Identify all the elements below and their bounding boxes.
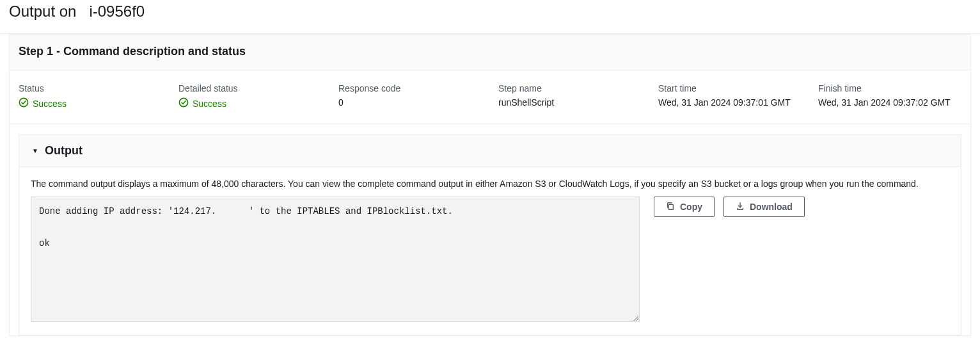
output-description: The command output displays a maximum of… (19, 167, 961, 197)
status-col-response: Response code 0 (338, 83, 498, 109)
start-time-label: Start time (658, 83, 818, 93)
copy-label: Copy (680, 202, 702, 212)
status-text: Success (33, 99, 67, 109)
detailed-status-value: Success (178, 97, 226, 109)
status-value: Success (19, 97, 67, 109)
finish-time-value: Wed, 31 Jan 2024 09:37:02 GMT (818, 97, 978, 108)
page-title-prefix: Output on (9, 3, 76, 20)
output-toggle[interactable]: ▼ Output (19, 135, 961, 167)
status-col-stepname: Step name runShellScript (498, 83, 658, 109)
status-row: Status Success Detailed status (10, 70, 970, 124)
instance-id: i-0956f0 (89, 3, 145, 20)
status-col-detailed: Detailed status Success (178, 83, 338, 109)
finish-time-label: Finish time (818, 83, 978, 93)
download-label: Download (750, 202, 793, 212)
check-circle-icon (178, 97, 189, 109)
page-title: Output on i-0956f0 (9, 3, 971, 20)
check-circle-icon (19, 97, 29, 109)
response-code-label: Response code (338, 83, 498, 93)
copy-icon (666, 202, 675, 213)
output-textarea[interactable] (31, 197, 640, 322)
step-title: Step 1 - Command description and status (19, 45, 961, 58)
status-col-start: Start time Wed, 31 Jan 2024 09:37:01 GMT (658, 83, 818, 109)
step-header: Step 1 - Command description and status (10, 35, 970, 70)
detailed-status-text: Success (193, 99, 226, 109)
svg-rect-2 (668, 204, 673, 209)
output-panel: ▼ Output The command output displays a m… (19, 134, 961, 335)
response-code-value: 0 (338, 97, 498, 108)
start-time-value: Wed, 31 Jan 2024 09:37:01 GMT (658, 97, 818, 108)
step-name-label: Step name (498, 83, 658, 93)
status-col-status: Status Success (19, 83, 178, 109)
download-icon (736, 202, 745, 213)
output-body: Copy Download (19, 197, 961, 335)
step-name-value: runShellScript (498, 97, 658, 108)
copy-button[interactable]: Copy (654, 197, 715, 217)
output-title: Output (45, 144, 83, 157)
status-col-finish: Finish time Wed, 31 Jan 2024 09:37:02 GM… (818, 83, 978, 109)
download-button[interactable]: Download (723, 197, 805, 217)
output-actions: Copy Download (654, 197, 805, 217)
detailed-status-label: Detailed status (178, 83, 338, 93)
step-panel: Step 1 - Command description and status … (9, 34, 971, 336)
caret-down-icon: ▼ (32, 147, 38, 154)
status-label: Status (19, 83, 178, 93)
